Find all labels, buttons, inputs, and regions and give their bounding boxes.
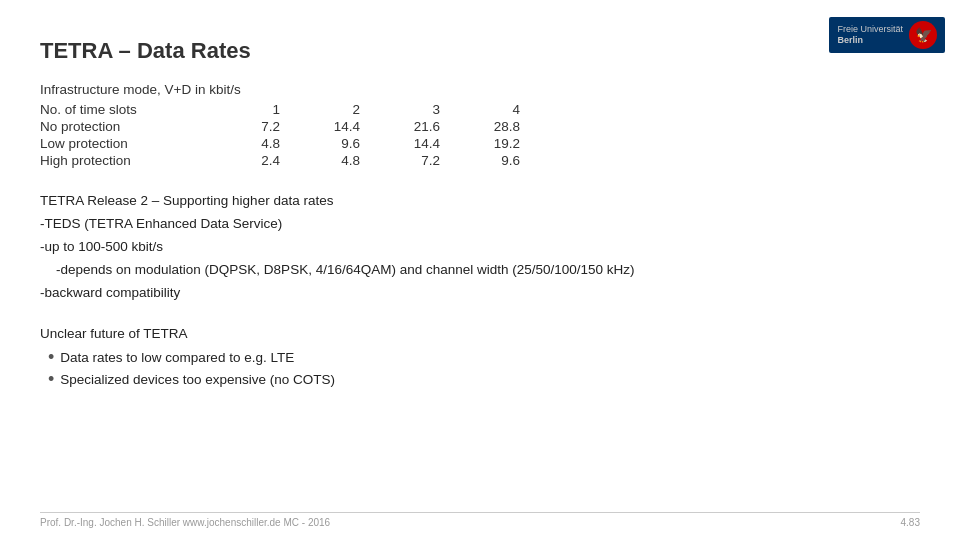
row-val-3: 14.4 bbox=[380, 135, 460, 152]
table-row: Low protection 4.8 9.6 14.4 19.2 bbox=[40, 135, 540, 152]
row-label: High protection bbox=[40, 152, 220, 169]
data-table-section: Infrastructure mode, V+D in kbit/s No. o… bbox=[40, 82, 920, 169]
tetra-line-5: -backward compatibility bbox=[40, 283, 920, 304]
unclear-header: Unclear future of TETRA bbox=[40, 324, 920, 345]
row-label: No. of time slots bbox=[40, 101, 220, 118]
row-val-1: 1 bbox=[220, 101, 300, 118]
list-item: • Specialized devices too expensive (no … bbox=[48, 370, 920, 391]
row-val-3: 7.2 bbox=[380, 152, 460, 169]
row-val-2: 9.6 bbox=[300, 135, 380, 152]
row-val-1: 2.4 bbox=[220, 152, 300, 169]
row-val-3: 21.6 bbox=[380, 118, 460, 135]
bullet-text-1: Data rates to low compared to e.g. LTE bbox=[60, 348, 294, 369]
logo-freie: Freie Universität bbox=[837, 24, 903, 35]
row-label: No protection bbox=[40, 118, 220, 135]
row-val-4: 28.8 bbox=[460, 118, 540, 135]
row-val-4: 19.2 bbox=[460, 135, 540, 152]
data-table: No. of time slots 1 2 3 4 No protection … bbox=[40, 101, 540, 169]
table-row: High protection 2.4 4.8 7.2 9.6 bbox=[40, 152, 540, 169]
row-val-3: 3 bbox=[380, 101, 460, 118]
footer-right: 4.83 bbox=[901, 517, 920, 528]
logo-text: Freie Universität Berlin bbox=[837, 24, 903, 46]
logo-area: Freie Universität Berlin 🦅 bbox=[815, 10, 945, 60]
row-label: Low protection bbox=[40, 135, 220, 152]
page-title: TETRA – Data Rates bbox=[40, 38, 920, 64]
bullet-list: • Data rates to low compared to e.g. LTE… bbox=[40, 348, 920, 392]
table-row: No protection 7.2 14.4 21.6 28.8 bbox=[40, 118, 540, 135]
bullet-icon: • bbox=[48, 370, 54, 390]
table-row: No. of time slots 1 2 3 4 bbox=[40, 101, 540, 118]
slide-footer: Prof. Dr.-Ing. Jochen H. Schiller www.jo… bbox=[40, 512, 920, 528]
row-val-1: 4.8 bbox=[220, 135, 300, 152]
row-val-1: 7.2 bbox=[220, 118, 300, 135]
row-val-2: 14.4 bbox=[300, 118, 380, 135]
unclear-section: Unclear future of TETRA • Data rates to … bbox=[40, 324, 920, 392]
table-subtitle: Infrastructure mode, V+D in kbit/s bbox=[40, 82, 920, 97]
tetra-line-3: -up to 100-500 kbit/s bbox=[40, 237, 920, 258]
bullet-text-2: Specialized devices too expensive (no CO… bbox=[60, 370, 335, 391]
footer-left: Prof. Dr.-Ing. Jochen H. Schiller www.jo… bbox=[40, 517, 330, 528]
list-item: • Data rates to low compared to e.g. LTE bbox=[48, 348, 920, 369]
slide-container: Freie Universität Berlin 🦅 TETRA – Data … bbox=[0, 0, 960, 540]
tetra-line-2: -TEDS (TETRA Enhanced Data Service) bbox=[40, 214, 920, 235]
university-logo: Freie Universität Berlin 🦅 bbox=[829, 17, 945, 53]
row-val-2: 2 bbox=[300, 101, 380, 118]
tetra-line-4: -depends on modulation (DQPSK, D8PSK, 4/… bbox=[40, 260, 920, 281]
logo-berlin: Berlin bbox=[837, 35, 903, 46]
row-val-4: 9.6 bbox=[460, 152, 540, 169]
row-val-2: 4.8 bbox=[300, 152, 380, 169]
tetra-line-1: TETRA Release 2 – Supporting higher data… bbox=[40, 191, 920, 212]
row-val-4: 4 bbox=[460, 101, 540, 118]
tetra-release-section: TETRA Release 2 – Supporting higher data… bbox=[40, 191, 920, 304]
logo-emblem: 🦅 bbox=[909, 21, 937, 49]
bullet-icon: • bbox=[48, 348, 54, 368]
